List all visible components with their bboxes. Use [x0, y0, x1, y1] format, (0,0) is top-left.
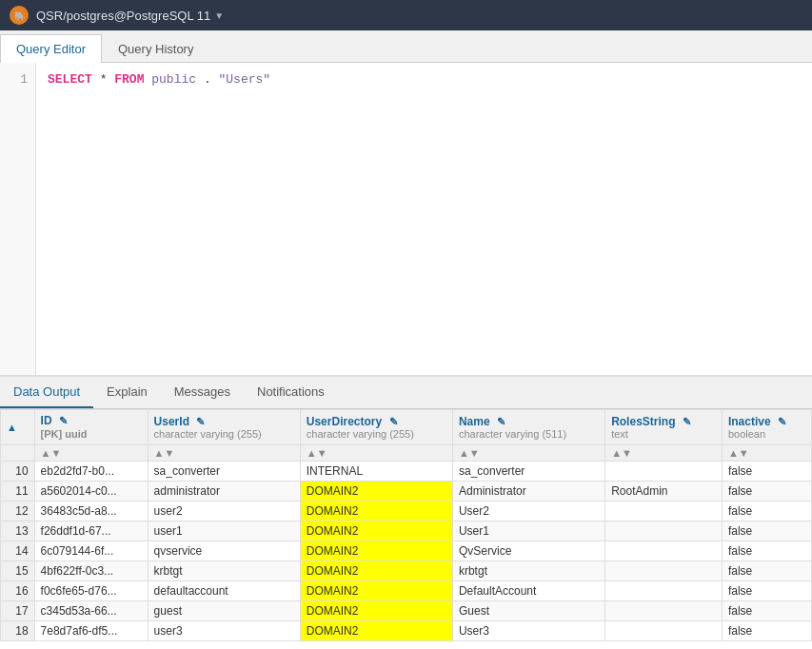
cell-rownum: 15	[1, 561, 35, 581]
sort-header-row: ▲▼ ▲▼ ▲▼ ▲▼ ▲▼ ▲▼	[1, 445, 812, 462]
main-tab-bar: Query Editor Query History	[0, 30, 812, 63]
editor-content[interactable]: SELECT * FROM public . "Users"	[36, 63, 812, 375]
cell-col5	[605, 621, 723, 641]
cell-col6: false	[722, 521, 811, 541]
cell-col3: DOMAIN2	[300, 621, 452, 641]
cell-col6: false	[722, 601, 811, 621]
cell-col6: false	[722, 561, 811, 581]
cell-col1: 36483c5d-a8...	[34, 502, 148, 521]
sort-rownum	[1, 445, 35, 462]
cell-col5	[605, 541, 723, 561]
col-userid-edit-icon[interactable]: ✎	[196, 416, 205, 428]
cell-col1: a5602014-c0...	[34, 482, 148, 502]
cell-col5	[605, 502, 723, 521]
cell-col4: krbtgt	[452, 561, 604, 581]
connection-label: QSR/postgres@PostgreSQL 11	[36, 9, 210, 23]
col-name-edit-icon[interactable]: ✎	[497, 416, 505, 428]
cell-col5	[605, 581, 723, 601]
cell-col1: f0c6fe65-d76...	[34, 581, 148, 601]
cell-rownum: 13	[1, 521, 35, 541]
sort-userdirectory[interactable]: ▲▼	[300, 445, 452, 462]
sort-rolesstring[interactable]: ▲▼	[605, 445, 723, 462]
col-userdirectory-edit-icon[interactable]: ✎	[389, 416, 398, 428]
cell-col5: RootAdmin	[605, 482, 723, 502]
cell-col5	[605, 462, 723, 482]
cell-rownum: 18	[1, 621, 35, 641]
table-row[interactable]: 13f26ddf1d-67...user1DOMAIN2User1false	[1, 521, 812, 541]
table-row[interactable]: 11a5602014-c0...administratorDOMAIN2Admi…	[1, 482, 812, 502]
table-row[interactable]: 17c345d53a-66...guestDOMAIN2Guestfalse	[1, 601, 812, 621]
line-number-1: 1	[0, 70, 35, 89]
cell-col2: administrator	[148, 482, 300, 502]
cell-col3: INTERNAL	[300, 462, 452, 482]
tab-query-history[interactable]: Query History	[102, 34, 209, 63]
col-name: Name ✎ character varying (511)	[452, 410, 604, 445]
table-row[interactable]: 10eb2d2fd7-b0...sa_converterINTERNALsa_c…	[1, 462, 812, 482]
sql-from-keyword: FROM	[114, 72, 144, 87]
table-row[interactable]: 1236483c5d-a8...user2DOMAIN2User2false	[1, 502, 812, 521]
cell-col1: c345d53a-66...	[34, 601, 148, 621]
sql-select-keyword: SELECT	[48, 72, 92, 87]
sql-table: "Users"	[219, 72, 271, 87]
cell-col2: user3	[148, 621, 300, 641]
cell-rownum: 14	[1, 541, 35, 561]
cell-col6: false	[722, 621, 811, 641]
tab-explain[interactable]: Explain	[93, 377, 161, 408]
cell-col3: DOMAIN2	[300, 561, 452, 581]
col-id-edit-icon[interactable]: ✎	[59, 415, 68, 427]
cell-col6: false	[722, 502, 811, 521]
sql-dot: .	[204, 72, 211, 87]
col-inactive-edit-icon[interactable]: ✎	[778, 416, 786, 428]
cell-col2: guest	[148, 601, 300, 621]
tab-messages[interactable]: Messages	[161, 377, 244, 408]
table-row[interactable]: 146c079144-6f...qvserviceDOMAIN2QvServic…	[1, 541, 812, 561]
cell-col2: user2	[148, 502, 300, 521]
table-header-row: ▲ ID ✎ [PK] uuid UserId ✎ character vary…	[1, 410, 812, 445]
tab-data-output[interactable]: Data Output	[0, 377, 93, 408]
cell-rownum: 10	[1, 462, 35, 482]
data-table-wrapper[interactable]: ▲ ID ✎ [PK] uuid UserId ✎ character vary…	[0, 409, 812, 641]
cell-col1: 6c079144-6f...	[34, 541, 148, 561]
table-row[interactable]: 187e8d7af6-df5...user3DOMAIN2User3false	[1, 621, 812, 641]
col-userdirectory: UserDirectory ✎ character varying (255)	[300, 410, 452, 445]
cell-col2: defaultaccount	[148, 581, 300, 601]
cell-col6: false	[722, 581, 811, 601]
cell-col5	[605, 561, 723, 581]
table-row[interactable]: 16f0c6fe65-d76...defaultaccountDOMAIN2De…	[1, 581, 812, 601]
cell-col6: false	[722, 541, 811, 561]
col-inactive: Inactive ✎ boolean	[722, 410, 811, 445]
col-rolesstring-edit-icon[interactable]: ✎	[683, 416, 691, 428]
sort-id[interactable]: ▲▼	[34, 445, 148, 462]
line-numbers: 1	[0, 63, 36, 375]
cell-col3: DOMAIN2	[300, 521, 452, 541]
cell-col3: DOMAIN2	[300, 541, 452, 561]
col-rolesstring: RolesString ✎ text	[605, 410, 723, 445]
sql-star: *	[100, 72, 115, 87]
cell-col5	[605, 601, 723, 621]
cell-col1: 4bf622ff-0c3...	[34, 561, 148, 581]
col-id: ID ✎ [PK] uuid	[34, 410, 148, 445]
cell-col2: qvservice	[148, 541, 300, 561]
cell-col4: Administrator	[452, 482, 604, 502]
cell-col3: DOMAIN2	[300, 601, 452, 621]
dropdown-arrow[interactable]: ▼	[214, 10, 224, 21]
cell-rownum: 17	[1, 601, 35, 621]
cell-col2: sa_converter	[148, 462, 300, 482]
cell-col4: Guest	[452, 601, 604, 621]
cell-rownum: 11	[1, 482, 35, 502]
tab-query-editor[interactable]: Query Editor	[0, 34, 102, 63]
data-table: ▲ ID ✎ [PK] uuid UserId ✎ character vary…	[0, 409, 812, 641]
cell-col4: sa_converter	[452, 462, 604, 482]
table-body: 10eb2d2fd7-b0...sa_converterINTERNALsa_c…	[1, 462, 812, 641]
cell-col3: DOMAIN2	[300, 482, 452, 502]
table-row[interactable]: 154bf622ff-0c3...krbtgtDOMAIN2krbtgtfals…	[1, 561, 812, 581]
col-rownum: ▲	[1, 410, 35, 445]
sort-name[interactable]: ▲▼	[452, 445, 604, 462]
sort-userid[interactable]: ▲▼	[148, 445, 300, 462]
tab-notifications[interactable]: Notifications	[244, 377, 338, 408]
cell-col2: user1	[148, 521, 300, 541]
sql-schema: public	[151, 72, 196, 87]
app-icon: 🐘	[10, 6, 29, 25]
cell-col4: User2	[452, 502, 604, 521]
sort-inactive[interactable]: ▲▼	[722, 445, 811, 462]
